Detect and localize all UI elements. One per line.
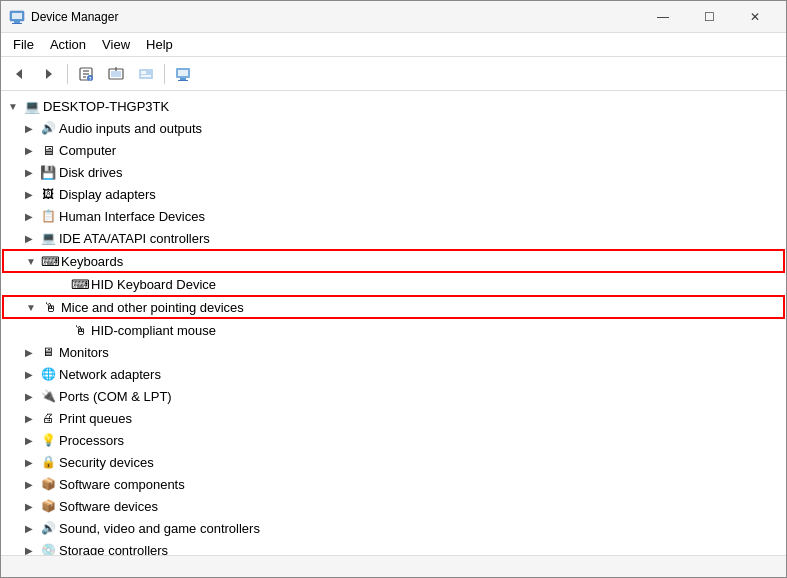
svg-rect-3 — [12, 23, 22, 24]
mice-toggle[interactable]: ▼ — [23, 299, 39, 315]
svg-rect-17 — [141, 75, 151, 77]
svg-marker-4 — [16, 69, 22, 79]
security-icon — [40, 454, 56, 470]
software-components-toggle[interactable]: ▶ — [21, 476, 37, 492]
forward-button[interactable] — [35, 60, 63, 88]
sound-icon — [40, 520, 56, 536]
tree-item-hid-mouse[interactable]: ▶ HID-compliant mouse — [1, 319, 786, 341]
tree-item-processors[interactable]: ▶ Processors — [1, 429, 786, 451]
svg-rect-20 — [180, 78, 186, 80]
ide-icon — [40, 230, 56, 246]
tree-item-sound[interactable]: ▶ Sound, video and game controllers — [1, 517, 786, 539]
print-label: Print queues — [59, 411, 132, 426]
security-toggle[interactable]: ▶ — [21, 454, 37, 470]
audio-toggle[interactable]: ▶ — [21, 120, 37, 136]
tree-item-storage[interactable]: ▶ Storage controllers — [1, 539, 786, 555]
security-label: Security devices — [59, 455, 154, 470]
close-button[interactable]: ✕ — [732, 1, 778, 33]
root-label: DESKTOP-THGP3TK — [43, 99, 169, 114]
root-toggle[interactable]: ▼ — [5, 98, 21, 114]
keyboards-icon — [42, 253, 58, 269]
toolbar-sep-2 — [164, 64, 165, 84]
minimize-button[interactable]: — — [640, 1, 686, 33]
tree-item-disk[interactable]: ▶ Disk drives — [1, 161, 786, 183]
ports-label: Ports (COM & LPT) — [59, 389, 172, 404]
root-icon — [24, 98, 40, 114]
software-devices-toggle[interactable]: ▶ — [21, 498, 37, 514]
tree-item-print[interactable]: ▶ Print queues — [1, 407, 786, 429]
processors-toggle[interactable]: ▶ — [21, 432, 37, 448]
hid-label: Human Interface Devices — [59, 209, 205, 224]
hid-keyboard-icon — [72, 276, 88, 292]
tree-item-display[interactable]: ▶ Display adapters — [1, 183, 786, 205]
menu-file[interactable]: File — [5, 35, 42, 54]
tree-item-keyboards[interactable]: ▼ Keyboards — [3, 250, 784, 272]
content-area[interactable]: ▼ DESKTOP-THGP3TK ▶ Audio inputs and out… — [1, 91, 786, 555]
device-tree: ▼ DESKTOP-THGP3TK ▶ Audio inputs and out… — [1, 95, 786, 555]
maximize-button[interactable]: ☐ — [686, 1, 732, 33]
processors-label: Processors — [59, 433, 124, 448]
keyboards-toggle[interactable]: ▼ — [23, 253, 39, 269]
tree-item-ide[interactable]: ▶ IDE ATA/ATAPI controllers — [1, 227, 786, 249]
ports-icon — [40, 388, 56, 404]
tree-item-network[interactable]: ▶ Network adapters — [1, 363, 786, 385]
svg-rect-21 — [178, 80, 188, 81]
network-toggle[interactable]: ▶ — [21, 366, 37, 382]
update-driver-button[interactable] — [102, 60, 130, 88]
title-bar: Device Manager — ☐ ✕ — [1, 1, 786, 33]
toolbar: ? — [1, 57, 786, 91]
window-title: Device Manager — [31, 10, 640, 24]
display-label: Display adapters — [59, 187, 156, 202]
menu-help[interactable]: Help — [138, 35, 181, 54]
hid-toggle[interactable]: ▶ — [21, 208, 37, 224]
properties-button[interactable]: ? — [72, 60, 100, 88]
display-toggle[interactable]: ▶ — [21, 186, 37, 202]
monitors-label: Monitors — [59, 345, 109, 360]
tree-item-computer[interactable]: ▶ Computer — [1, 139, 786, 161]
ports-toggle[interactable]: ▶ — [21, 388, 37, 404]
window-icon — [9, 9, 25, 25]
mice-label: Mice and other pointing devices — [61, 300, 244, 315]
storage-toggle[interactable]: ▶ — [21, 542, 37, 555]
tree-root[interactable]: ▼ DESKTOP-THGP3TK — [1, 95, 786, 117]
monitors-icon — [40, 344, 56, 360]
print-toggle[interactable]: ▶ — [21, 410, 37, 426]
hid-mouse-label: HID-compliant mouse — [91, 323, 216, 338]
tree-item-software-components[interactable]: ▶ Software components — [1, 473, 786, 495]
scan-button[interactable] — [169, 60, 197, 88]
computer-toggle[interactable]: ▶ — [21, 142, 37, 158]
status-bar — [1, 555, 786, 577]
tree-item-hid[interactable]: ▶ Human Interface Devices — [1, 205, 786, 227]
svg-rect-13 — [111, 71, 121, 77]
tree-item-mice[interactable]: ▼ Mice and other pointing devices — [3, 296, 784, 318]
sound-toggle[interactable]: ▶ — [21, 520, 37, 536]
toolbar-sep-1 — [67, 64, 68, 84]
network-label: Network adapters — [59, 367, 161, 382]
show-hidden-button[interactable] — [132, 60, 160, 88]
tree-item-security[interactable]: ▶ Security devices — [1, 451, 786, 473]
menu-view[interactable]: View — [94, 35, 138, 54]
tree-item-monitors[interactable]: ▶ Monitors — [1, 341, 786, 363]
svg-rect-19 — [178, 70, 188, 76]
tree-item-hid-keyboard[interactable]: ▶ HID Keyboard Device — [1, 273, 786, 295]
sound-label: Sound, video and game controllers — [59, 521, 260, 536]
svg-rect-1 — [12, 13, 22, 19]
software-devices-label: Software devices — [59, 499, 158, 514]
tree-item-audio[interactable]: ▶ Audio inputs and outputs — [1, 117, 786, 139]
title-bar-buttons: — ☐ ✕ — [640, 1, 778, 33]
processors-icon — [40, 432, 56, 448]
tree-item-ports[interactable]: ▶ Ports (COM & LPT) — [1, 385, 786, 407]
device-manager-window: Device Manager — ☐ ✕ File Action View He… — [0, 0, 787, 578]
print-icon — [40, 410, 56, 426]
disk-toggle[interactable]: ▶ — [21, 164, 37, 180]
software-components-icon — [40, 476, 56, 492]
monitors-toggle[interactable]: ▶ — [21, 344, 37, 360]
menu-action[interactable]: Action — [42, 35, 94, 54]
tree-item-software-devices[interactable]: ▶ Software devices — [1, 495, 786, 517]
software-components-label: Software components — [59, 477, 185, 492]
hid-icon — [40, 208, 56, 224]
disk-label: Disk drives — [59, 165, 123, 180]
ide-toggle[interactable]: ▶ — [21, 230, 37, 246]
audio-label: Audio inputs and outputs — [59, 121, 202, 136]
back-button[interactable] — [5, 60, 33, 88]
